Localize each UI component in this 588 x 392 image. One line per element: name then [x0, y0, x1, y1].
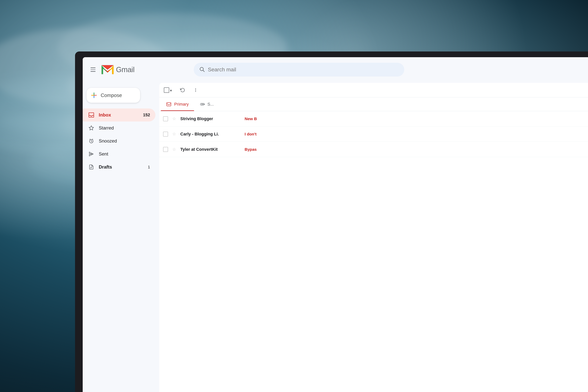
menu-line-1 [91, 68, 96, 68]
drafts-icon [88, 164, 95, 170]
tab-social-label: S... [208, 102, 214, 107]
email-toolbar: ▾ [159, 83, 588, 98]
email-sender-2: Carly - Blogging Li. [180, 132, 242, 136]
gmail-header: Gmail [83, 57, 588, 82]
drafts-badge: 1 [148, 165, 150, 169]
inbox-icon [88, 112, 95, 118]
menu-line-3 [91, 71, 96, 72]
svg-rect-24 [167, 102, 171, 106]
email-row[interactable]: ☆ Tyler at ConvertKit Bypas [159, 142, 588, 157]
compose-button[interactable]: Compose [87, 88, 140, 103]
email-sender-3: Tyler at ConvertKit [180, 147, 242, 152]
svg-rect-17 [89, 113, 94, 117]
tab-primary-label: Primary [174, 102, 189, 107]
search-input[interactable] [208, 66, 399, 73]
email-preview-3: Bypas [245, 147, 584, 152]
sent-label: Sent [99, 151, 108, 157]
starred-label: Starred [99, 125, 114, 131]
svg-point-23 [195, 91, 196, 92]
star-icon [88, 125, 95, 131]
email-preview-1: New B [245, 116, 584, 121]
star-button-2[interactable]: ☆ [171, 131, 177, 137]
drafts-label: Drafts [99, 164, 112, 170]
email-checkbox-3[interactable] [163, 147, 168, 152]
gmail-sidebar: Compose Inbox 152 [83, 82, 159, 392]
star-button-1[interactable]: ☆ [171, 116, 177, 122]
email-row[interactable]: ☆ Carly - Blogging Li. I don't [159, 126, 588, 142]
menu-line-2 [91, 70, 96, 70]
snoozed-label: Snoozed [99, 138, 117, 144]
gmail-m-icon [101, 63, 114, 76]
refresh-button[interactable] [178, 86, 187, 94]
primary-tab-icon [166, 102, 172, 107]
select-chevron-icon[interactable]: ▾ [170, 88, 174, 92]
sidebar-item-inbox[interactable]: Inbox 152 [83, 108, 155, 122]
sidebar-item-drafts[interactable]: Drafts 1 [83, 160, 155, 174]
search-bar[interactable] [194, 63, 404, 76]
search-bar-wrapper [194, 63, 404, 76]
menu-button[interactable] [89, 65, 98, 74]
tab-social[interactable]: S... [194, 98, 219, 111]
sidebar-item-sent[interactable]: Sent [83, 148, 155, 160]
inbox-badge: 152 [143, 112, 150, 118]
tab-primary[interactable]: Primary [161, 98, 194, 111]
select-all-wrap: ▾ [164, 88, 174, 93]
more-button[interactable] [191, 86, 200, 94]
email-checkbox-2[interactable] [163, 132, 168, 136]
social-tab-icon [199, 102, 205, 107]
star-button-3[interactable]: ☆ [171, 146, 177, 152]
sidebar-item-starred[interactable]: Starred [83, 122, 155, 134]
snoozed-icon [88, 138, 95, 144]
compose-label: Compose [101, 92, 122, 98]
svg-point-22 [195, 90, 196, 90]
email-tabs: Primary S... [159, 98, 588, 111]
sidebar-item-snoozed[interactable]: Snoozed [83, 134, 155, 148]
gmail-body: Compose Inbox 152 [83, 82, 588, 392]
email-preview-2: I don't [245, 132, 584, 136]
gmail-wordmark: Gmail [116, 66, 135, 74]
gmail-logo-area: Gmail [101, 63, 135, 76]
inbox-label: Inbox [99, 112, 111, 118]
gmail-app: Gmail [83, 57, 588, 392]
email-list: ☆ Striving Blogger New B ☆ Carly - Blogg… [159, 111, 588, 392]
email-sender-1: Striving Blogger [180, 116, 242, 121]
compose-plus-icon [91, 92, 97, 98]
gmail-main: ▾ [159, 83, 588, 392]
header-left: Gmail [89, 63, 188, 76]
email-checkbox-1[interactable] [163, 116, 168, 121]
select-all-checkbox[interactable] [164, 88, 169, 93]
sent-icon [88, 151, 95, 157]
email-row[interactable]: ☆ Striving Blogger New B [159, 111, 588, 126]
svg-line-12 [203, 70, 204, 72]
search-icon [199, 66, 205, 73]
svg-point-21 [195, 88, 196, 89]
